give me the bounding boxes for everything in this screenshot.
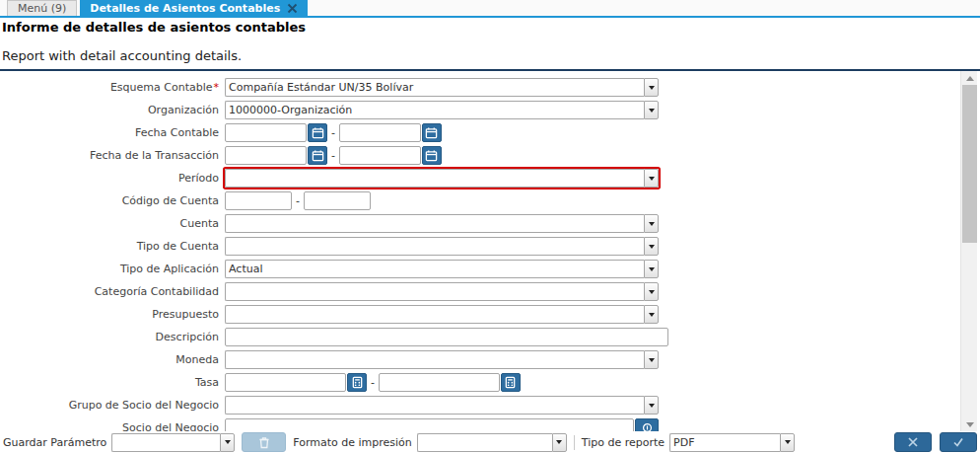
row-presupuesto: Presupuesto (0, 305, 960, 324)
tasa-from-input[interactable] (225, 373, 346, 392)
cancel-button[interactable] (894, 432, 932, 452)
presupuesto-combobox (225, 305, 659, 324)
x-icon (906, 435, 920, 449)
calculator-icon[interactable] (501, 373, 521, 392)
business-partner-search-icon[interactable] (635, 418, 659, 431)
periodo-combobox-error (225, 169, 659, 188)
chevron-down-icon[interactable] (220, 433, 235, 452)
organizacion-label: Organización (0, 104, 219, 116)
moneda-input[interactable] (225, 350, 644, 369)
calendar-icon[interactable] (308, 146, 327, 165)
row-grupo-socio: Grupo de Socio del Negocio (0, 396, 960, 415)
tab-bar: Menú (9) Detalles de Asientos Contables (0, 0, 980, 18)
calendar-icon[interactable] (308, 123, 327, 142)
tab-detalles-asientos[interactable]: Detalles de Asientos Contables (80, 0, 308, 16)
tipo-reporte-combobox (669, 433, 795, 452)
row-tipo-aplicacion: Tipo de Aplicación (0, 260, 960, 278)
tipo-reporte-input[interactable] (669, 433, 780, 452)
tab-menu-label: Menú (9) (18, 2, 66, 15)
grupo-socio-label: Grupo de Socio del Negocio (0, 399, 219, 412)
scroll-up-icon[interactable] (961, 71, 978, 85)
chevron-down-icon[interactable] (644, 101, 659, 119)
page-subtitle: Report with detail accounting details. (2, 48, 306, 63)
esquema-contable-input[interactable] (225, 78, 644, 97)
descripcion-input[interactable] (225, 328, 668, 346)
organizacion-combobox (225, 101, 659, 119)
trash-icon (257, 435, 271, 449)
vertical-scrollbar[interactable] (960, 71, 977, 431)
chevron-down-icon[interactable] (644, 350, 659, 369)
tasa-to-input[interactable] (379, 373, 500, 392)
chevron-down-icon[interactable] (644, 305, 659, 324)
tasa-label: Tasa (0, 376, 219, 389)
periodo-label: Período (0, 172, 219, 185)
calendar-icon[interactable] (422, 146, 442, 165)
cuenta-input[interactable] (225, 214, 644, 233)
footer-bar: Guardar Parámetro Formato de impresión T… (0, 431, 980, 453)
fecha-contable-from-input[interactable] (225, 123, 307, 142)
scrollbar-thumb[interactable] (962, 85, 977, 243)
row-descripcion: Descripción (0, 328, 960, 346)
fecha-contable-to-input[interactable] (339, 123, 421, 142)
codigo-cuenta-label: Código de Cuenta (0, 194, 219, 207)
row-fecha-contable: Fecha Contable - (0, 123, 960, 142)
scroll-down-icon[interactable] (961, 417, 978, 431)
chevron-down-icon[interactable] (644, 260, 659, 278)
delete-parameter-button[interactable] (242, 432, 286, 452)
codigo-cuenta-to-input[interactable] (304, 191, 371, 210)
tab-menu[interactable]: Menú (9) (7, 0, 77, 16)
tab-close-icon[interactable] (287, 3, 298, 14)
range-dash: - (331, 149, 335, 162)
chevron-down-icon[interactable] (644, 237, 659, 256)
presupuesto-input[interactable] (225, 305, 644, 324)
cuenta-combobox (225, 214, 659, 233)
calendar-icon[interactable] (422, 123, 442, 142)
footer-separator (574, 435, 575, 450)
descripcion-label: Descripción (0, 331, 219, 343)
esquema-contable-combobox (225, 78, 659, 97)
row-categoria-contabilidad: Categoría Contabilidad (0, 282, 960, 301)
moneda-combobox (225, 350, 659, 369)
formato-impresion-combobox (417, 433, 567, 452)
socio-negocio-input[interactable] (225, 418, 634, 431)
tipo-aplicacion-input[interactable] (225, 260, 644, 278)
codigo-cuenta-from-input[interactable] (225, 191, 292, 210)
confirm-button[interactable] (940, 432, 977, 452)
range-dash: - (331, 126, 335, 139)
grupo-socio-input[interactable] (225, 396, 644, 415)
chevron-down-icon[interactable] (644, 78, 659, 97)
fecha-transaccion-label: Fecha de la Transacción (0, 149, 219, 162)
row-periodo: Período (0, 169, 960, 188)
fecha-transaccion-to-input[interactable] (339, 146, 421, 165)
chevron-down-icon[interactable] (644, 169, 659, 188)
calculator-icon[interactable] (347, 373, 367, 392)
grupo-socio-combobox (225, 396, 659, 415)
chevron-down-icon[interactable] (644, 282, 659, 301)
fecha-transaccion-from-input[interactable] (225, 146, 307, 165)
row-codigo-cuenta: Código de Cuenta - (0, 191, 960, 210)
formato-impresion-input[interactable] (417, 433, 552, 452)
required-mark: * (214, 81, 220, 94)
report-header: Informe de detalles de asientos contable… (2, 20, 306, 63)
range-dash: - (296, 194, 300, 207)
categoria-contabilidad-input[interactable] (225, 282, 644, 301)
periodo-input[interactable] (225, 169, 644, 188)
categoria-contabilidad-label: Categoría Contabilidad (0, 285, 219, 298)
tipo-aplicacion-label: Tipo de Aplicación (0, 263, 219, 275)
check-icon (951, 435, 965, 449)
tab-detalles-label: Detalles de Asientos Contables (90, 2, 280, 15)
moneda-label: Moneda (0, 353, 219, 366)
organizacion-input[interactable] (225, 101, 644, 119)
row-cuenta: Cuenta (0, 214, 960, 233)
socio-negocio-label: Socio del Negocio (0, 421, 219, 431)
categoria-contabilidad-combobox (225, 282, 659, 301)
guardar-parametro-input[interactable] (111, 433, 220, 452)
chevron-down-icon[interactable] (644, 396, 659, 415)
esquema-contable-label: Esquema Contable* (0, 81, 219, 94)
chevron-down-icon[interactable] (644, 214, 659, 233)
chevron-down-icon[interactable] (552, 433, 567, 452)
cuenta-label: Cuenta (0, 217, 219, 230)
row-esquema-contable: Esquema Contable* (0, 78, 960, 97)
chevron-down-icon[interactable] (780, 433, 795, 452)
tipo-cuenta-input[interactable] (225, 237, 644, 256)
